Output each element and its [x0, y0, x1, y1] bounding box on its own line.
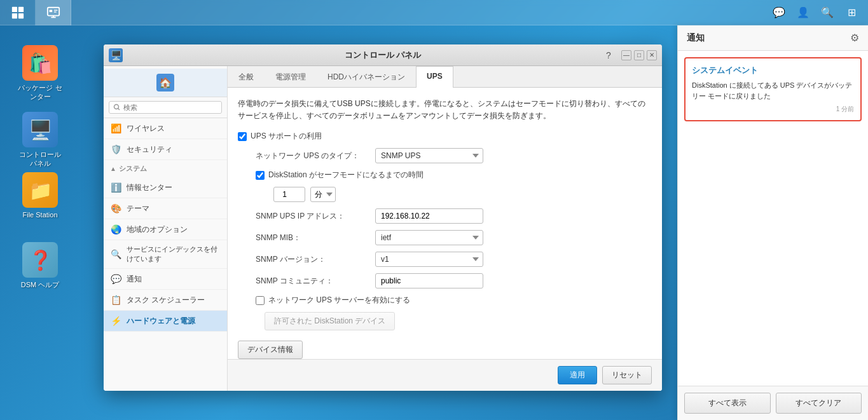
control-panel-window: 🖥️ コントロール パネル ? — □ ✕ 🏠 📶 ワイヤレス [104, 44, 662, 391]
tab-power[interactable]: 電源管理 [265, 66, 317, 88]
hardware-icon: ⚡ [110, 315, 121, 327]
task-icon: 📋 [110, 294, 121, 306]
snmp-community-input[interactable] [375, 273, 483, 288]
safemode-value-input[interactable] [273, 187, 305, 202]
taskbar-right: 💬 👤 🔍 ⊞ [768, 1, 868, 24]
network-ups-type-row: ネットワーク UPS のタイプ： SNMP UPS Synology UPS S… [238, 148, 652, 163]
notif-item-desc: DiskStation に接続してある UPS デバイスがバッテリー モードに戻… [692, 80, 854, 101]
sidebar-item-notif-label: 通知 [127, 274, 142, 285]
snmp-mib-row: SNMP MIB： ietf mge [238, 230, 652, 245]
help-icon[interactable]: ? [606, 50, 611, 60]
user-icon[interactable]: 👤 [792, 1, 815, 24]
network-ups-server-checkbox[interactable] [256, 296, 265, 305]
cp-main: 全般 電源管理 HDDハイバネーション UPS 停電時のデータ損失に備えてUSB… [228, 66, 662, 391]
sidebar-search-input[interactable] [109, 101, 222, 114]
desktop-icon-file-station[interactable]: 📁 File Station [11, 168, 69, 223]
sidebar-item-security[interactable]: 🛡️ セキュリティ [104, 139, 227, 160]
sidebar-section-system: ▲ システム [104, 160, 227, 177]
network-ups-type-label: ネットワーク UPS のタイプ： [256, 151, 370, 161]
sidebar-item-hardware[interactable]: ⚡ ハードウェアと電源 [104, 311, 227, 332]
allowed-devices-row: 許可された DiskStation デバイス [238, 312, 652, 330]
device-info-btn[interactable]: デバイス情報 [238, 341, 303, 359]
cp-tabs: 全般 電源管理 HDDハイバネーション UPS [228, 66, 662, 88]
snmp-version-select[interactable]: v1 v2c v3 [375, 252, 483, 267]
network-ups-type-select[interactable]: SNMP UPS Synology UPS Server [375, 148, 483, 163]
info-icon: ℹ️ [110, 182, 121, 193]
safemode-unit-select[interactable]: 分 [310, 187, 336, 202]
notif-gear-icon[interactable]: ⚙ [850, 32, 859, 44]
notif-item-time: 1 分前 [692, 105, 854, 114]
taskbar-left [0, 0, 71, 25]
desktop-icon-dsm-help[interactable]: ❓ DSM ヘルプ [11, 238, 69, 293]
sidebar-item-info[interactable]: ℹ️ 情報センター [104, 177, 227, 198]
desktop-icon-dsm-label: DSM ヘルプ [21, 280, 60, 289]
minimize-btn[interactable]: — [621, 50, 631, 60]
ups-support-row: UPS サポートの利用 [238, 131, 652, 142]
desktop-icon-package[interactable]: 🛍️ パッケージ センター [11, 41, 69, 105]
taskbar-cp-btn[interactable] [36, 0, 71, 25]
sidebar-item-region[interactable]: 🌏 地域のオプション [104, 219, 227, 240]
allowed-devices-btn[interactable]: 許可された DiskStation デバイス [265, 312, 395, 330]
tab-ups[interactable]: UPS [416, 66, 453, 88]
service-icon: 🔍 [110, 248, 121, 260]
notif-panel-title: 通知 [687, 32, 705, 44]
ups-support-checkbox[interactable] [238, 132, 247, 141]
sidebar-search-area [104, 97, 227, 118]
sidebar-item-service[interactable]: 🔍 サービスにインデックスを付けています [104, 240, 227, 269]
window-controls: — □ ✕ [621, 50, 657, 60]
chat-icon[interactable]: 💬 [768, 1, 790, 24]
sidebar-item-notification[interactable]: 💬 通知 [104, 269, 227, 290]
region-icon: 🌏 [110, 224, 121, 235]
snmp-version-label: SNMP バージョン： [256, 254, 370, 265]
snmp-community-control [375, 273, 483, 288]
sidebar-item-wireless[interactable]: 📶 ワイヤレス [104, 118, 227, 139]
tab-hdd[interactable]: HDDハイバネーション [317, 66, 416, 88]
sidebar-item-service-label: サービスにインデックスを付けています [127, 245, 221, 264]
svg-rect-9 [53, 11, 56, 12]
apply-btn[interactable]: 適用 [558, 366, 597, 384]
cp-body: 🏠 📶 ワイヤレス 🛡️ セキュリティ ▲ システム ℹ️ 情報センター [104, 66, 662, 391]
sidebar-item-security-label: セキュリティ [127, 144, 172, 155]
sidebar-item-task[interactable]: 📋 タスク スケジューラー [104, 290, 227, 311]
cp-sidebar: 🏠 📶 ワイヤレス 🛡️ セキュリティ ▲ システム ℹ️ 情報センター [104, 66, 228, 391]
network-ups-server-label[interactable]: ネットワーク UPS サーバーを有効にする [268, 295, 410, 306]
sidebar-home-btn[interactable]: 🏠 [104, 69, 227, 97]
svg-rect-1 [18, 6, 23, 11]
desktop-icon-package-label: パッケージ センター [15, 83, 65, 102]
cp-footer: 適用 リセット [228, 359, 662, 391]
device-info-row: デバイス情報 [238, 341, 652, 359]
taskbar-grid-btn[interactable] [0, 0, 36, 25]
grid-view-icon[interactable]: ⊞ [840, 1, 863, 24]
clear-all-btn[interactable]: すべてクリア [776, 393, 862, 414]
safemode-label[interactable]: DiskStation がセーフモードになるまでの時間 [268, 170, 424, 180]
maximize-btn[interactable]: □ [634, 50, 644, 60]
sidebar-item-wireless-label: ワイヤレス [127, 123, 165, 134]
ups-description: 停電時のデータ損失に備えてUSB UPSに接続します。停電になると、システムはセ… [238, 98, 652, 122]
sidebar-section-system-label: システム [119, 164, 147, 173]
desktop-icon-control-panel[interactable]: 🖥️ コントロール パネル [11, 108, 69, 172]
sidebar-item-info-label: 情報センター [127, 182, 172, 193]
sidebar-item-hw-label: ハードウェアと電源 [127, 316, 195, 327]
sidebar-item-theme[interactable]: 🎨 テーマ [104, 198, 227, 219]
snmp-community-row: SNMP コミュニティ： [238, 273, 652, 288]
tab-general[interactable]: 全般 [228, 66, 265, 88]
notification-icon: 💬 [110, 273, 121, 285]
close-btn[interactable]: ✕ [647, 50, 657, 60]
reset-btn[interactable]: リセット [602, 366, 652, 384]
snmp-mib-control: ietf mge [375, 230, 483, 245]
snmp-mib-select[interactable]: ietf mge [375, 230, 483, 245]
cp-titlebar: 🖥️ コントロール パネル ? — □ ✕ [104, 44, 662, 66]
svg-rect-8 [53, 10, 57, 10]
show-all-btn[interactable]: すべて表示 [684, 393, 771, 414]
safemode-checkbox[interactable] [256, 171, 265, 180]
snmp-ip-label: SNMP UPS IP アドレス： [256, 211, 370, 222]
notification-panel: 通知 ⚙ システムイベント DiskStation に接続してある UPS デバ… [677, 25, 868, 420]
snmp-ip-input[interactable] [375, 208, 483, 224]
snmp-ip-control [375, 208, 483, 224]
notif-spacer [678, 128, 868, 386]
network-ups-server-row: ネットワーク UPS サーバーを有効にする [238, 295, 652, 306]
notif-item[interactable]: システムイベント DiskStation に接続してある UPS デバイスがバッ… [684, 57, 862, 121]
svg-rect-3 [18, 13, 23, 18]
search-icon[interactable]: 🔍 [816, 1, 839, 24]
ups-support-label[interactable]: UPS サポートの利用 [251, 131, 322, 142]
